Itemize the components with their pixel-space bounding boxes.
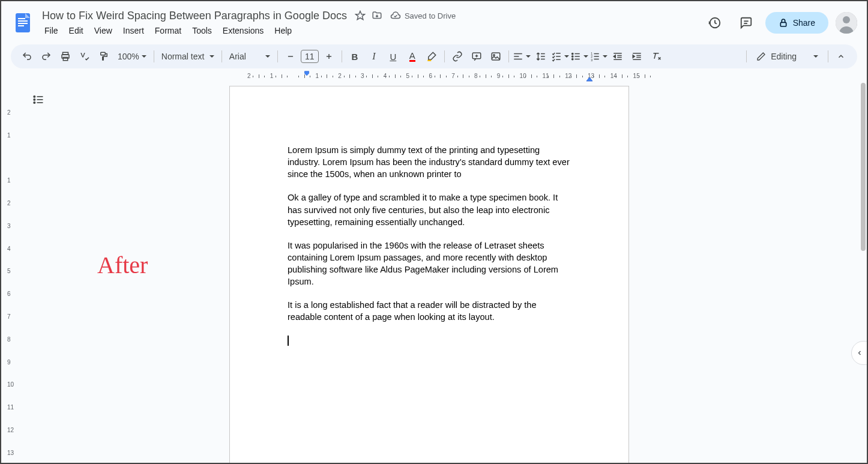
- svg-point-52: [34, 96, 35, 98]
- numbered-list-button[interactable]: 123: [589, 47, 607, 65]
- paragraph: It is a long established fact that a rea…: [288, 299, 571, 323]
- svg-point-10: [843, 16, 850, 23]
- indent-marker-right[interactable]: [586, 77, 593, 82]
- paragraph: It was popularised in the 1960s with the…: [288, 240, 571, 288]
- annotation-text: After: [97, 251, 148, 279]
- toolbar: 100% Normal text Arial B I U A 123 Editi…: [11, 44, 857, 68]
- menu-file[interactable]: File: [40, 23, 63, 38]
- line-spacing-button[interactable]: [532, 47, 550, 65]
- menu-tools[interactable]: Tools: [187, 23, 217, 38]
- font-dropdown[interactable]: Arial: [226, 49, 274, 64]
- menu-edit[interactable]: Edit: [64, 23, 88, 38]
- zoom-dropdown[interactable]: 100%: [114, 49, 150, 64]
- bold-button[interactable]: B: [346, 47, 364, 65]
- outline-button[interactable]: [28, 89, 49, 110]
- star-icon[interactable]: [354, 10, 366, 22]
- image-button[interactable]: [487, 47, 505, 65]
- user-avatar[interactable]: [836, 12, 857, 34]
- paragraph: Lorem Ipsum is simply dummy text of the …: [288, 144, 571, 180]
- style-dropdown[interactable]: Normal text: [158, 49, 218, 64]
- italic-button[interactable]: I: [365, 47, 383, 65]
- menu-view[interactable]: View: [89, 23, 117, 38]
- svg-point-22: [493, 55, 495, 56]
- paragraph: Ok a galley of type and scrambled it to …: [288, 191, 571, 227]
- vertical-ruler[interactable]: 2112345678910111213: [1, 83, 20, 463]
- svg-point-34: [571, 58, 573, 59]
- svg-rect-2: [18, 20, 28, 22]
- increase-font-button[interactable]: [320, 47, 338, 65]
- link-button[interactable]: [448, 47, 466, 65]
- undo-button[interactable]: [18, 47, 36, 65]
- document-page[interactable]: Lorem Ipsum is simply dummy text of the …: [229, 86, 629, 463]
- save-status[interactable]: Saved to Drive: [390, 10, 456, 21]
- share-label: Share: [793, 18, 815, 28]
- redo-button[interactable]: [37, 47, 55, 65]
- highlight-button[interactable]: [423, 47, 441, 65]
- move-icon[interactable]: [371, 10, 383, 22]
- svg-point-32: [571, 53, 573, 54]
- underline-button[interactable]: U: [384, 47, 402, 65]
- decrease-indent-button[interactable]: [609, 47, 627, 65]
- menu-extensions[interactable]: Extensions: [218, 23, 268, 38]
- svg-point-54: [34, 102, 35, 104]
- indent-marker-left[interactable]: [303, 71, 310, 77]
- horizontal-ruler[interactable]: 21123456789101112131415: [20, 71, 867, 83]
- menu-format[interactable]: Format: [150, 23, 186, 38]
- document-canvas: After Lorem Ipsum is simply dummy text o…: [20, 83, 867, 463]
- font-size-input[interactable]: [301, 50, 319, 63]
- share-button[interactable]: Share: [765, 12, 828, 34]
- bulleted-list-button[interactable]: [570, 47, 588, 65]
- print-button[interactable]: [56, 47, 74, 65]
- svg-point-53: [34, 99, 35, 101]
- increase-indent-button[interactable]: [628, 47, 646, 65]
- clear-formatting-button[interactable]: [647, 47, 665, 65]
- decrease-font-button[interactable]: [282, 47, 300, 65]
- collapse-toolbar-button[interactable]: [832, 47, 850, 65]
- document-title[interactable]: How to Fix Weird Spacing Between Paragra…: [40, 8, 349, 23]
- text-cursor: [288, 336, 289, 346]
- align-button[interactable]: [513, 47, 531, 65]
- text-color-button[interactable]: A: [403, 47, 421, 65]
- svg-rect-1: [18, 18, 25, 19]
- add-comment-button[interactable]: [468, 47, 486, 65]
- checklist-button[interactable]: [551, 47, 569, 65]
- docs-logo[interactable]: [11, 11, 35, 35]
- history-icon[interactable]: [703, 11, 727, 35]
- svg-rect-8: [780, 22, 786, 26]
- spellcheck-button[interactable]: [76, 47, 94, 65]
- svg-text:3: 3: [591, 58, 592, 62]
- svg-point-33: [571, 56, 573, 57]
- scrollbar[interactable]: [861, 83, 866, 251]
- svg-rect-4: [18, 25, 24, 26]
- menu-insert[interactable]: Insert: [118, 23, 149, 38]
- editing-mode-button[interactable]: Editing: [750, 49, 824, 64]
- svg-rect-3: [18, 23, 28, 24]
- paint-format-button[interactable]: [95, 47, 113, 65]
- svg-rect-14: [101, 52, 106, 55]
- save-status-text: Saved to Drive: [405, 11, 456, 20]
- menu-help[interactable]: Help: [270, 23, 297, 38]
- comment-icon[interactable]: [734, 11, 758, 35]
